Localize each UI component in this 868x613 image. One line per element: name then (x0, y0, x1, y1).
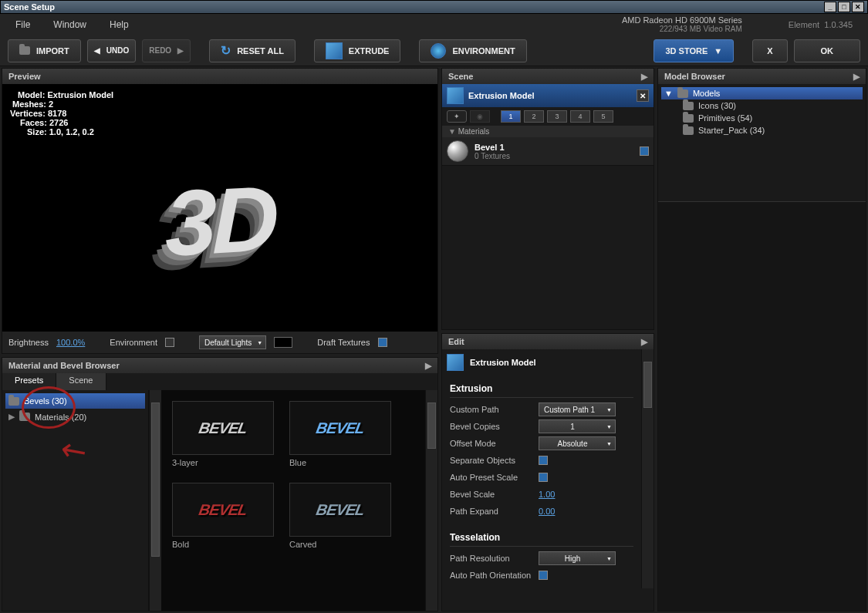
material-browser-panel: Material and Bevel Browser▶ Presets Scen… (2, 357, 438, 611)
mat-browser-title: Material and Bevel Browser (8, 361, 120, 370)
annotation-arrow: ↖ (52, 428, 94, 472)
materials-header[interactable]: Materials (458, 127, 490, 136)
tree-item-bevels[interactable]: Bevels (30) (5, 393, 145, 409)
menu-file[interactable]: File (15, 19, 30, 30)
edit-scrollbar[interactable] (641, 349, 654, 588)
environment-button[interactable]: ENVIRONMENT (419, 39, 526, 62)
preview-title: Preview (8, 72, 41, 81)
thumb-label: 3-layer (172, 455, 274, 467)
tree-item-primitives[interactable]: Primitives (54) (661, 112, 863, 124)
scene-model-name: Extrusion Model (468, 91, 535, 100)
expand-icon[interactable]: ▶ (853, 72, 860, 82)
preview-stats: Model: Extrusion Model Meshes: 2 Vertice… (8, 90, 431, 136)
gpu-info: AMD Radeon HD 6900M Series 222/943 MB Vi… (152, 15, 742, 34)
preview-3d-text: 3D (165, 164, 274, 276)
preview-footer: Brightness 100.0% Environment Default Li… (2, 332, 437, 353)
menu-window[interactable]: Window (53, 19, 86, 30)
material-sub: 0 Textures (475, 152, 510, 160)
gpu-name: AMD Radeon HD 6900M Series (152, 15, 742, 25)
offset-mode-select[interactable]: Absolute (539, 436, 616, 450)
undo-button[interactable]: ◀ UNDO (87, 39, 136, 62)
folder-icon (677, 89, 688, 98)
path-res-select[interactable]: High (539, 551, 616, 565)
folder-icon (683, 126, 694, 135)
preset-thumb[interactable]: BEVEL Blue (289, 401, 391, 467)
separate-check[interactable] (539, 456, 548, 465)
material-check[interactable] (640, 147, 649, 156)
material-name: Bevel 1 (475, 143, 510, 152)
tess-section: Tesselation (450, 529, 633, 547)
ring-icon[interactable]: ◉ (470, 110, 490, 123)
env-check[interactable] (165, 338, 174, 347)
brightness-label: Brightness (8, 338, 49, 347)
model-browser-panel: Model Browser▶ ▼Models Icons (30) Primit… (657, 68, 866, 611)
cube-icon (326, 42, 343, 59)
gpu-vram: 222/943 MB Video RAM (152, 25, 742, 34)
bevel-scale-value[interactable]: 1.00 (539, 490, 555, 499)
slot-5[interactable]: 5 (593, 110, 613, 123)
maximize-button[interactable]: □ (838, 2, 850, 12)
tree-root-models[interactable]: ▼Models (661, 87, 863, 99)
auto-orient-check[interactable] (539, 571, 548, 580)
model-browser-title: Model Browser (664, 72, 725, 81)
scene-panel: Scene▶ Extrusion Model ✕ ✦ ◉ 1 2 3 4 5 ▼… (441, 68, 654, 330)
thumb-label: Bold (172, 537, 274, 549)
version-info: Element 1.0.345 (789, 20, 853, 29)
bg-swatch[interactable] (274, 337, 292, 348)
x-button[interactable]: X (752, 39, 787, 62)
node-icon[interactable]: ✦ (447, 110, 467, 123)
redo-button[interactable]: REDO ▶ (142, 39, 191, 62)
material-item[interactable]: Bevel 1 0 Textures (442, 137, 654, 166)
slot-4[interactable]: 4 (570, 110, 590, 123)
tab-scene[interactable]: Scene (56, 373, 106, 390)
globe-icon (431, 43, 446, 59)
bevel-copies-select[interactable]: 1 (539, 419, 616, 433)
tab-presets[interactable]: Presets (2, 373, 56, 390)
draft-check[interactable] (378, 338, 387, 347)
store-button[interactable]: 3D STORE ▼ (654, 39, 734, 62)
draft-label: Draft Textures (317, 338, 370, 347)
folder-icon (8, 397, 19, 406)
expand-icon[interactable]: ▶ (425, 361, 431, 371)
expand-icon[interactable]: ▶ (641, 337, 647, 347)
preview-viewport[interactable]: Model: Extrusion Model Meshes: 2 Vertice… (2, 84, 437, 332)
lights-dropdown[interactable]: Default Lights (199, 335, 266, 349)
scene-close-button[interactable]: ✕ (637, 89, 649, 102)
preset-thumb[interactable]: BEVEL 3-layer (172, 401, 274, 467)
edit-panel: Edit▶ Extrusion Model Extrusion Custom P… (441, 333, 654, 611)
preset-thumb[interactable]: BEVEL Carved (289, 483, 391, 549)
tree-item-icons[interactable]: Icons (30) (661, 99, 863, 112)
slot-2[interactable]: 2 (524, 110, 544, 123)
brightness-value[interactable]: 100.0% (56, 338, 85, 347)
slot-3[interactable]: 3 (547, 110, 567, 123)
window-title: Scene Setup (4, 2, 822, 12)
auto-preset-check[interactable] (539, 473, 548, 482)
path-expand-value[interactable]: 0.00 (539, 507, 555, 516)
expand-icon[interactable]: ▶ (641, 72, 647, 82)
tree-item-starter[interactable]: Starter_Pack (34) (661, 124, 863, 136)
extrude-button[interactable]: EXTRUDE (314, 39, 401, 62)
preset-grid: BEVEL 3-layer BEVEL Blue BEVEL Bold BEVE… (161, 390, 425, 611)
side-scrollbar[interactable] (149, 390, 161, 611)
grid-scrollbar[interactable] (425, 390, 437, 611)
preset-thumb[interactable]: BEVEL Bold (172, 483, 274, 549)
reset-button[interactable]: ↻RESET ALL (209, 39, 296, 62)
import-button[interactable]: IMPORT (8, 39, 81, 62)
menu-help[interactable]: Help (110, 19, 129, 30)
edit-title: Edit (448, 337, 464, 346)
folder-icon (683, 114, 694, 123)
mat-side-tree: Bevels (30) ▶Materials (20) ↖ (2, 390, 149, 611)
tree-item-materials[interactable]: ▶Materials (20) (5, 409, 145, 425)
title-bar: Scene Setup _ □ ✕ (0, 0, 868, 14)
model-preview-area (658, 201, 866, 611)
custom-path-select[interactable]: Custom Path 1 (539, 402, 616, 416)
minimize-button[interactable]: _ (824, 2, 836, 12)
ok-button[interactable]: OK (794, 39, 861, 62)
toolbar: IMPORT ◀ UNDO REDO ▶ ↻RESET ALL EXTRUDE … (0, 35, 868, 66)
env-label: Environment (110, 338, 157, 347)
close-button[interactable]: ✕ (852, 2, 864, 12)
extrusion-section: Extrusion (450, 380, 633, 398)
slot-1[interactable]: 1 (501, 110, 521, 123)
folder-icon (683, 102, 694, 110)
material-sphere-icon (447, 140, 468, 162)
